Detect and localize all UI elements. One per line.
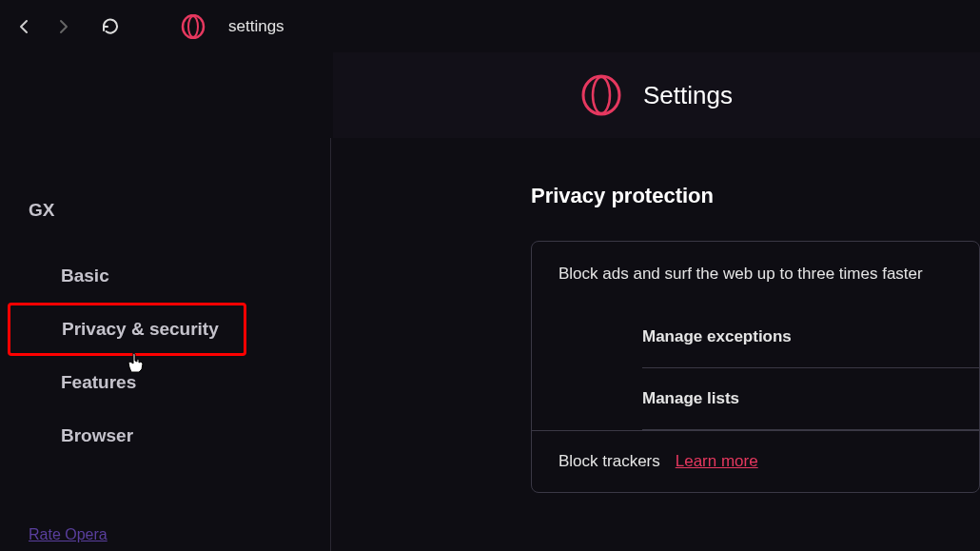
page-title: Settings — [643, 81, 733, 110]
reload-button[interactable] — [97, 13, 124, 40]
toolbar: settings — [0, 0, 980, 52]
url-text: settings — [228, 17, 284, 36]
sidebar-item-features[interactable]: Features — [0, 356, 330, 409]
back-button[interactable] — [11, 13, 38, 40]
address-area[interactable]: settings — [181, 14, 284, 39]
svg-point-0 — [183, 15, 204, 38]
content-area: GX Basic Privacy & security Features Bro… — [0, 138, 980, 551]
section-title: Privacy protection — [531, 184, 980, 208]
manage-exceptions-row[interactable]: Manage exceptions — [642, 306, 979, 368]
reload-icon — [101, 17, 120, 36]
learn-more-link[interactable]: Learn more — [676, 452, 758, 471]
block-trackers-label: Block trackers — [559, 452, 660, 471]
sidebar-item-privacy-security[interactable]: Privacy & security — [8, 303, 246, 356]
rate-opera-link[interactable]: Rate Opera — [29, 526, 108, 543]
sidebar-item-label: Features — [61, 372, 136, 392]
block-ads-row: Block ads and surf the web up to three t… — [532, 242, 979, 306]
svg-point-1 — [188, 16, 198, 37]
sidebar-item-label: Browser — [61, 425, 133, 445]
privacy-card: Block ads and surf the web up to three t… — [531, 241, 980, 493]
manage-lists-row[interactable]: Manage lists — [642, 368, 979, 430]
block-trackers-row: Block trackers Learn more — [532, 430, 979, 492]
sidebar-heading: GX — [0, 200, 330, 249]
settings-header: Settings — [333, 52, 980, 138]
sidebar: GX Basic Privacy & security Features Bro… — [0, 138, 331, 551]
sidebar-item-browser[interactable]: Browser — [0, 409, 330, 462]
main-panel: Privacy protection Block ads and surf th… — [331, 138, 980, 551]
chevron-right-icon — [55, 19, 70, 34]
chevron-left-icon — [17, 19, 32, 34]
forward-button[interactable] — [49, 13, 76, 40]
svg-point-3 — [593, 77, 610, 113]
opera-logo-large-icon — [580, 74, 622, 116]
sidebar-item-basic[interactable]: Basic — [0, 249, 330, 303]
svg-point-2 — [583, 76, 619, 114]
sidebar-item-label: Privacy & security — [62, 319, 219, 339]
opera-logo-icon — [181, 14, 206, 39]
sidebar-item-label: Basic — [61, 266, 109, 285]
